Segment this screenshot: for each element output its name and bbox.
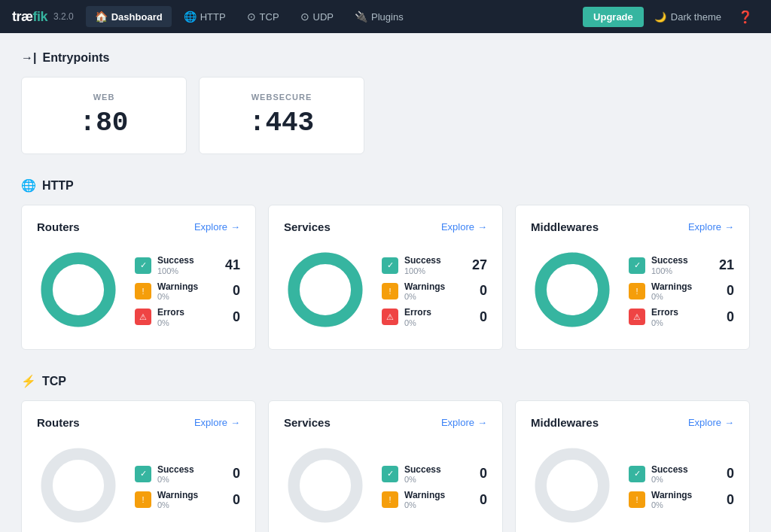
legend-info: Success 100%	[404, 255, 463, 275]
http-middlewares-body: ✓ Success 100% 21 ! Warnings 0%	[531, 248, 734, 334]
tcp-middlewares-header: Middlewares Explore →	[531, 416, 734, 429]
entrypoint-websecure-value: :443	[230, 108, 334, 138]
success-badge: ✓	[382, 257, 398, 274]
warnings-pct: 0%	[404, 500, 463, 509]
tcp-routers-body: ✓ Success 0% 0 ! Warnings 0%	[37, 444, 240, 530]
svg-point-6	[47, 454, 110, 517]
errors-pct: 0%	[404, 318, 463, 327]
nav-udp[interactable]: ⊙ UDP	[291, 6, 343, 27]
tcp-middlewares-card: Middlewares Explore → ✓	[515, 400, 750, 532]
http-middlewares-warnings-item: ! Warnings 0% 0	[629, 281, 734, 301]
entrypoint-web-value: :80	[52, 108, 156, 138]
success-count: 41	[222, 257, 240, 273]
entrypoint-websecure-label: WEBSECURE	[230, 93, 334, 102]
success-count: 0	[222, 466, 240, 482]
http-routers-card: Routers Explore → ✓	[21, 205, 256, 350]
success-count: 21	[716, 257, 734, 273]
success-pct: 0%	[651, 475, 710, 484]
tcp-routers-header: Routers Explore →	[37, 416, 240, 429]
http-middlewares-card: Middlewares Explore →	[515, 205, 750, 350]
legend-info: Success 0%	[651, 464, 710, 484]
http-middlewares-title: Middlewares	[531, 220, 599, 233]
entrypoint-web: WEB :80	[21, 77, 187, 154]
nav-http[interactable]: 🌐 HTTP	[175, 6, 235, 27]
http-routers-explore[interactable]: Explore →	[194, 221, 240, 233]
http-services-card: Services Explore → ✓	[268, 205, 503, 350]
http-services-body: ✓ Success 100% 27 ! Warnings 0%	[284, 248, 487, 334]
svg-point-3	[294, 258, 357, 321]
globe-icon: 🌐	[184, 11, 197, 23]
dark-theme-label: Dark theme	[671, 11, 721, 23]
tcp-routers-explore-label: Explore	[194, 417, 227, 428]
tcp-middlewares-explore[interactable]: Explore →	[688, 417, 734, 428]
success-pct: 100%	[404, 266, 463, 275]
legend-info: Warnings 0%	[651, 281, 710, 301]
success-label: Success	[651, 255, 710, 266]
tcp-section: ⚡ TCP Routers Explore →	[21, 374, 750, 532]
errors-label: Errors	[651, 307, 710, 318]
warnings-count: 0	[716, 492, 734, 508]
http-services-explore[interactable]: Explore →	[441, 221, 487, 233]
http-cards-row: Routers Explore → ✓	[21, 205, 750, 350]
http-services-errors-item: ⚠ Errors 0% 0	[382, 307, 487, 327]
upgrade-button[interactable]: Upgrade	[583, 7, 644, 27]
success-badge: ✓	[629, 257, 645, 274]
tcp-services-header: Services Explore →	[284, 416, 487, 429]
success-label: Success	[157, 255, 216, 266]
warning-badge: !	[382, 283, 398, 299]
tcp-routers-explore[interactable]: Explore →	[194, 417, 240, 428]
tcp-services-donut	[284, 444, 367, 530]
logo: træfik	[12, 9, 47, 25]
entrypoints-icon: →|	[21, 51, 36, 65]
tcp-routers-legend: ✓ Success 0% 0 ! Warnings 0%	[135, 464, 240, 510]
warnings-label: Warnings	[404, 490, 463, 500]
tcp-services-explore[interactable]: Explore →	[441, 417, 487, 428]
warnings-pct: 0%	[157, 500, 216, 509]
success-pct: 100%	[651, 266, 710, 275]
navbar: træfik 3.2.0 🏠 Dashboard 🌐 HTTP ⊙ TCP ⊙ …	[0, 0, 771, 33]
home-icon: 🏠	[95, 11, 108, 23]
http-middlewares-header: Middlewares Explore →	[531, 220, 734, 233]
svg-point-5	[541, 258, 604, 321]
success-count: 27	[469, 257, 487, 273]
tcp-header: ⚡ TCP	[21, 374, 750, 388]
errors-label: Errors	[157, 307, 216, 318]
warnings-pct: 0%	[651, 500, 710, 509]
error-badge: ⚠	[629, 309, 645, 325]
warnings-count: 0	[469, 492, 487, 508]
warning-badge: !	[135, 491, 151, 508]
arrow-right-icon: →	[724, 221, 734, 233]
errors-pct: 0%	[651, 318, 710, 327]
warnings-label: Warnings	[651, 490, 710, 500]
arrow-right-icon: →	[230, 221, 240, 233]
http-middlewares-explore[interactable]: Explore →	[688, 221, 734, 233]
version: 3.2.0	[53, 11, 74, 22]
tcp-middlewares-donut	[531, 444, 614, 530]
http-middlewares-success-item: ✓ Success 100% 21	[629, 255, 734, 275]
warnings-count: 0	[222, 283, 240, 299]
success-pct: 100%	[157, 266, 216, 275]
errors-count: 0	[716, 309, 734, 325]
arrow-right-icon: →	[230, 417, 240, 428]
tcp-routers-title: Routers	[37, 416, 80, 429]
nav-dashboard-label: Dashboard	[111, 11, 163, 23]
warnings-count: 0	[469, 283, 487, 299]
nav-plugins[interactable]: 🔌 Plugins	[346, 6, 413, 27]
main-content: →| Entrypoints WEB :80 WEBSECURE :443 🌐 …	[0, 33, 771, 532]
legend-info: Success 100%	[157, 255, 216, 275]
entrypoint-websecure: WEBSECURE :443	[199, 77, 364, 154]
nav-dashboard[interactable]: 🏠 Dashboard	[86, 6, 172, 27]
dark-theme-toggle[interactable]: 🌙 Dark theme	[647, 7, 729, 27]
tcp-routers-chart	[37, 444, 120, 527]
help-button[interactable]: ❓	[732, 5, 759, 29]
success-badge: ✓	[629, 466, 645, 482]
tcp-services-warnings-item: ! Warnings 0% 0	[382, 490, 487, 509]
warnings-pct: 0%	[157, 292, 216, 301]
tcp-routers-card: Routers Explore → ✓	[21, 400, 256, 532]
errors-label: Errors	[404, 307, 463, 318]
success-count: 0	[716, 466, 734, 482]
tcp-services-explore-label: Explore	[441, 417, 474, 428]
errors-count: 0	[222, 309, 240, 325]
legend-info: Warnings 0%	[157, 281, 216, 301]
nav-tcp[interactable]: ⊙ TCP	[238, 6, 288, 27]
